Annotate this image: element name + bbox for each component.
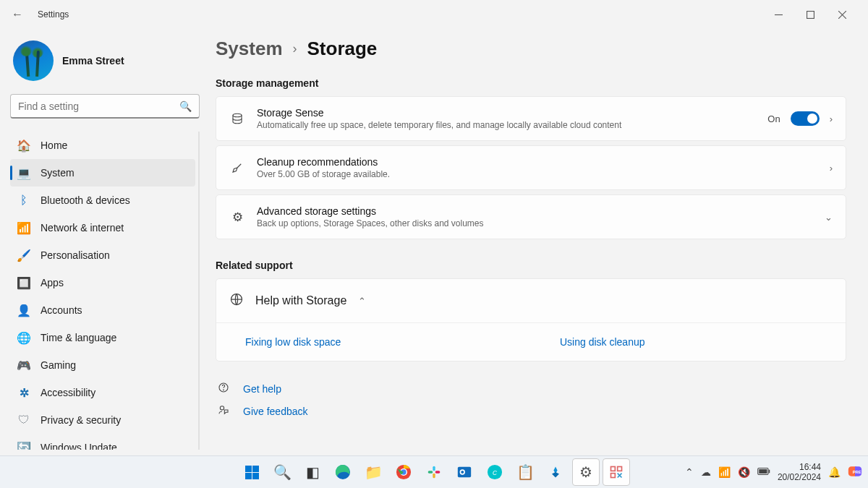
sidebar-item-accessibility[interactable]: ✲Accessibility — [10, 379, 195, 406]
sidebar-item-label: Accessibility — [41, 387, 95, 398]
chevron-right-icon[interactable]: › — [830, 114, 833, 124]
wifi-icon[interactable]: 📶 — [718, 466, 731, 478]
sidebar-item-home[interactable]: 🏠Home — [10, 132, 195, 159]
breadcrumb-parent[interactable]: System — [216, 38, 283, 60]
explorer-icon[interactable]: 📁 — [359, 458, 387, 486]
close-button[interactable] — [826, 4, 858, 25]
cleanup-title: Cleanup recommendations — [257, 156, 818, 168]
link-fixing-low-disk[interactable]: Fixing low disk space — [216, 323, 531, 361]
gaming-icon: 🎮 — [17, 359, 30, 372]
notifications-icon[interactable]: 🔔 — [828, 466, 841, 478]
svg-rect-23 — [618, 467, 622, 471]
system-icon: 💻 — [17, 166, 30, 179]
notepad-icon[interactable]: 📋 — [511, 458, 539, 486]
start-button[interactable] — [238, 458, 265, 486]
sidebar-item-label: Personalisation — [41, 249, 110, 261]
outlook-icon[interactable] — [451, 458, 478, 486]
avatar — [13, 40, 54, 81]
svg-rect-16 — [435, 471, 441, 473]
sidebar-item-apps[interactable]: 🔲Apps — [10, 269, 195, 296]
sidebar-item-label: Windows Update — [41, 442, 117, 450]
sidebar-item-label: Time & language — [41, 332, 116, 343]
svg-rect-15 — [433, 474, 435, 479]
slack-icon[interactable] — [420, 458, 448, 486]
svg-rect-1 — [807, 11, 814, 18]
give-feedback-link[interactable]: Give feedback — [216, 400, 846, 422]
clock[interactable]: 16:44 20/02/2024 — [778, 462, 821, 483]
battery-icon[interactable] — [757, 466, 770, 478]
svg-point-8 — [220, 406, 224, 410]
bluetooth-icon: ᛒ — [17, 194, 30, 207]
tray-chevron-icon[interactable]: ⌃ — [685, 466, 694, 478]
get-help-link[interactable]: Get help — [216, 377, 846, 400]
advanced-desc: Back up options, Storage Spaces, other d… — [257, 218, 813, 228]
sidebar-item-update[interactable]: 🔄Windows Update — [10, 434, 195, 450]
edge-icon[interactable] — [329, 458, 357, 486]
sidebar-item-accounts[interactable]: 👤Accounts — [10, 296, 195, 324]
advanced-storage-row[interactable]: ⚙ Advanced storage settings Back up opti… — [216, 194, 846, 239]
title-bar: ← Settings — [0, 0, 868, 29]
breadcrumb: System › Storage — [216, 38, 846, 60]
section-title-management: Storage management — [216, 77, 846, 89]
sidebar-item-label: Home — [41, 140, 67, 151]
storage-sense-toggle[interactable] — [791, 111, 820, 126]
svg-rect-14 — [428, 471, 433, 473]
accessibility-icon: ✲ — [17, 386, 30, 399]
link-disk-cleanup[interactable]: Using disk cleanup — [531, 323, 846, 361]
minimize-button[interactable] — [762, 4, 794, 25]
search-icon: 🔍 — [179, 100, 192, 112]
storage-sense-title: Storage Sense — [257, 107, 756, 119]
update-icon: 🔄 — [17, 441, 30, 450]
svg-rect-13 — [433, 466, 435, 471]
taskbar-search-icon[interactable]: 🔍 — [268, 458, 296, 486]
svg-rect-24 — [611, 474, 616, 478]
accounts-icon: 👤 — [17, 304, 30, 317]
sidebar-item-label: Bluetooth & devices — [41, 194, 130, 206]
svg-point-19 — [461, 471, 464, 474]
maximize-button[interactable] — [794, 4, 826, 25]
sidebar-item-personalisation[interactable]: 🖌️Personalisation — [10, 241, 195, 269]
search-box[interactable]: 🔍 — [10, 94, 200, 119]
app-icon[interactable] — [542, 458, 569, 486]
svg-rect-26 — [759, 469, 767, 474]
help-icon — [217, 382, 230, 395]
sidebar-item-system[interactable]: 💻System — [10, 159, 195, 187]
sidebar-item-gaming[interactable]: 🎮Gaming — [10, 351, 195, 379]
sidebar-item-privacy[interactable]: 🛡Privacy & security — [10, 406, 195, 434]
snip-icon[interactable] — [603, 458, 630, 486]
sidebar-item-time[interactable]: 🌐Time & language — [10, 324, 195, 351]
time-icon: 🌐 — [17, 331, 30, 344]
broom-icon — [229, 161, 245, 174]
taskbar[interactable]: 🔍 ◧ 📁 C 📋 ⚙ ⌃ ☁ 📶 🔇 16:44 20/02/2024 🔔 P… — [0, 455, 868, 488]
svg-rect-27 — [769, 470, 770, 474]
settings-taskbar-icon[interactable]: ⚙ — [572, 458, 600, 486]
copilot-icon[interactable]: PRE — [848, 464, 862, 481]
cleanup-row[interactable]: Cleanup recommendations Over 5.00 GB of … — [216, 145, 846, 190]
sidebar: Emma Street 🔍 🏠Home💻SystemᛒBluetooth & d… — [0, 29, 210, 455]
canva-icon[interactable]: C — [481, 458, 509, 486]
chrome-icon[interactable] — [390, 458, 417, 486]
onedrive-icon[interactable]: ☁ — [701, 466, 711, 478]
storage-sense-row[interactable]: Storage Sense Automatically free up spac… — [216, 96, 846, 141]
chevron-right-icon[interactable]: › — [830, 163, 833, 174]
svg-text:C: C — [493, 470, 497, 476]
apps-icon: 🔲 — [17, 276, 30, 289]
section-title-support: Related support — [216, 260, 846, 271]
sidebar-item-bluetooth[interactable]: ᛒBluetooth & devices — [10, 187, 195, 214]
personalisation-icon: 🖌️ — [17, 249, 30, 262]
back-button[interactable]: ← — [10, 8, 25, 21]
help-header[interactable]: Help with Storage ⌃ — [216, 279, 846, 322]
feedback-icon — [217, 404, 230, 418]
search-input[interactable] — [18, 100, 179, 112]
sidebar-item-network[interactable]: 📶Network & internet — [10, 214, 195, 241]
chevron-up-icon[interactable]: ⌃ — [358, 296, 366, 307]
main-content: System › Storage Storage management Stor… — [210, 29, 868, 455]
chevron-down-icon[interactable]: ⌄ — [825, 212, 833, 223]
task-view-icon[interactable]: ◧ — [299, 458, 326, 486]
advanced-title: Advanced storage settings — [257, 205, 813, 217]
window-title: Settings — [38, 9, 69, 20]
volume-icon[interactable]: 🔇 — [738, 466, 750, 478]
privacy-icon: 🛡 — [17, 414, 30, 427]
system-tray[interactable]: ⌃ ☁ 📶 🔇 16:44 20/02/2024 🔔 PRE — [685, 462, 862, 483]
user-profile[interactable]: Emma Street — [13, 40, 197, 81]
